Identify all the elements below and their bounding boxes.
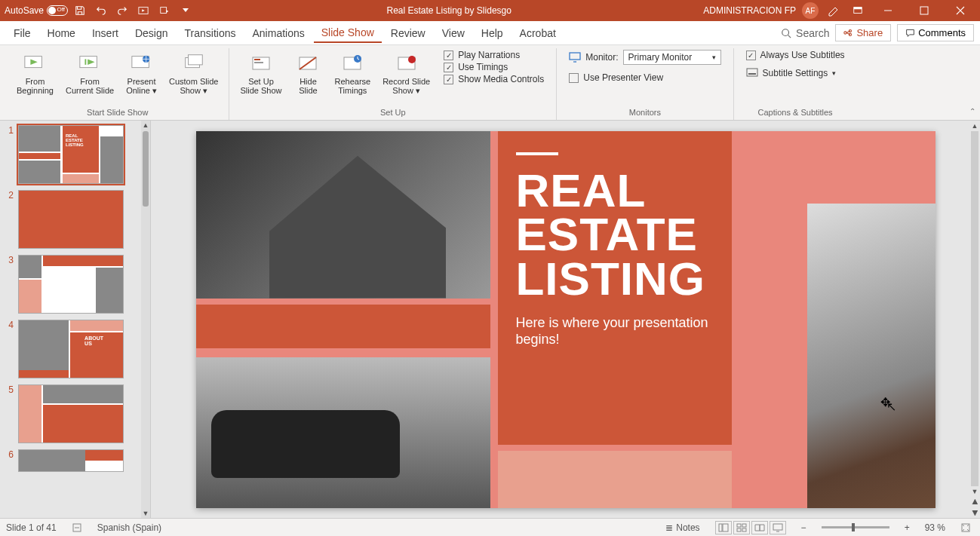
maximize-button[interactable] [909,0,939,21]
menu-transitions[interactable]: Transitions [177,24,244,42]
menu-home[interactable]: Home [40,24,83,42]
presenter-view-check[interactable]: Use Presenter View [569,72,720,83]
slide-thumbnail[interactable]: REALESTATELISTING [18,125,124,184]
redo-icon[interactable] [113,2,131,20]
qat-dropdown-icon[interactable] [155,2,174,20]
present-online-button[interactable]: Present Online ▾ [121,48,161,98]
use-timings-check[interactable]: ✓Use Timings [444,62,544,72]
search-box[interactable]: Search [781,27,829,39]
ribbon-display-icon[interactable] [849,2,867,20]
svg-rect-1 [161,8,167,14]
slide-title-panel[interactable]: REAL ESTATE LISTING Here is where your p… [498,131,732,445]
notes-button[interactable]: ≣Notes [662,522,702,533]
ribbon-group-start: From Beginning From Current Slide Presen… [6,48,229,120]
present-online-icon [130,51,154,75]
slide-image-building[interactable] [196,131,490,299]
menu-view[interactable]: View [435,24,472,42]
svg-line-7 [788,35,791,38]
slide-thumbnail[interactable] [18,384,124,443]
view-buttons [715,521,786,534]
hide-slide-icon [296,51,320,75]
thumbnails-scrollbar[interactable]: ▲ ▼ [141,121,150,518]
prev-slide-icon[interactable]: ⯅ [969,497,980,507]
svg-rect-34 [737,528,741,531]
from-beginning-button[interactable]: From Beginning [12,48,58,98]
comments-button[interactable]: Comments [897,24,974,41]
slide-thumbnail[interactable] [18,255,124,314]
sorter-view-icon[interactable] [733,521,750,534]
menu-slide-show[interactable]: Slide Show [314,23,382,43]
slideshow-view-icon[interactable] [770,521,786,534]
slide-subtitle[interactable]: Here is where your presentation begins! [516,315,714,348]
menu-help[interactable]: Help [474,24,511,42]
slide-orange-bar[interactable] [196,305,490,348]
scroll-down-icon[interactable]: ▼ [141,509,150,518]
show-media-check[interactable]: ✓Show Media Controls [444,74,544,84]
menu-acrobat[interactable]: Acrobat [512,24,564,42]
save-icon[interactable] [71,2,89,20]
svg-rect-30 [719,524,722,531]
always-subtitles-check[interactable]: ✓Always Use Subtitles [746,50,845,60]
play-narrations-check[interactable]: ✓Play Narrations [444,50,544,60]
scrollbar-thumb[interactable] [143,131,149,207]
menu-review[interactable]: Review [383,24,433,42]
menu-design[interactable]: Design [127,24,176,42]
subtitle-settings-button[interactable]: Subtitle Settings ▾ [746,68,845,78]
from-current-button[interactable]: From Current Slide [61,48,118,98]
user-avatar[interactable]: AF [802,2,819,19]
next-slide-icon[interactable]: ⯆ [969,507,980,518]
custom-show-button[interactable]: Custom Slide Show ▾ [164,48,223,98]
scroll-up-icon[interactable]: ▲ [141,121,150,130]
minimize-button[interactable] [873,0,903,21]
svg-rect-17 [254,62,263,63]
fit-to-window-icon[interactable] [957,522,974,533]
monitor-select[interactable]: Primary Monitor▾ [623,50,721,65]
zoom-slider[interactable] [822,526,889,528]
menu-file[interactable]: File [6,24,38,42]
slide-image-bathroom[interactable] [807,204,935,508]
rehearse-button[interactable]: Rehearse Timings [330,48,375,98]
zoom-out-button[interactable]: − [798,522,809,533]
svg-rect-27 [748,73,756,75]
normal-view-icon[interactable] [715,521,732,534]
hide-slide-button[interactable]: Hide Slide [289,48,327,98]
reading-view-icon[interactable] [751,521,768,534]
checkbox-checked-icon: ✓ [444,51,453,60]
undo-icon[interactable] [92,2,110,20]
scroll-down-icon[interactable]: ▼ [969,486,980,497]
slide-thumbnail[interactable] [18,190,124,249]
zoom-in-button[interactable]: + [902,522,913,533]
coming-soon-icon[interactable] [825,2,843,20]
slide-indicator[interactable]: Slide 1 of 41 [6,522,57,533]
title-bar: AutoSave Off Real Estate Listing by Slid… [0,0,980,21]
canvas-scrollbar[interactable]: ▲ ▼ ⯅ ⯆ [969,121,980,518]
slide-thumbnail[interactable]: ABOUTUS [18,320,124,378]
accessibility-icon[interactable] [69,522,85,533]
language-indicator[interactable]: Spanish (Spain) [97,522,161,533]
slide-image-sofa[interactable] [196,357,490,508]
setup-show-button[interactable]: Set Up Slide Show [235,48,286,98]
slide-thumbnail[interactable] [18,449,124,472]
group-label-setup: Set Up [235,106,550,120]
document-title: Real Estate Listing by Slidesgo [195,5,703,16]
record-button[interactable]: Record Slide Show ▾ [378,48,435,98]
scrollbar-track[interactable] [971,131,978,486]
share-button[interactable]: Share [835,24,891,41]
setup-icon [249,51,273,75]
start-from-beginning-icon[interactable] [134,2,152,20]
slide-title[interactable]: REAL ESTATE LISTING [516,169,714,302]
share-icon [843,28,853,38]
close-button[interactable] [945,0,975,21]
qat-more-icon[interactable] [177,2,195,20]
slide-pink-bar[interactable] [498,451,732,508]
slide-canvas[interactable]: REAL ESTATE LISTING Here is where your p… [151,121,980,518]
autosave-toggle[interactable]: AutoSave Off [5,5,68,16]
menu-animations[interactable]: Animations [244,24,312,42]
chevron-down-icon: ▾ [712,54,716,61]
scroll-up-icon[interactable]: ▲ [969,121,980,131]
zoom-level[interactable]: 93 % [925,522,945,533]
collapse-ribbon-icon[interactable]: ⌃ [969,107,975,115]
user-name: ADMINISTRACION FP [703,5,796,16]
slide-content[interactable]: REAL ESTATE LISTING Here is where your p… [196,131,935,508]
menu-insert[interactable]: Insert [84,24,126,42]
